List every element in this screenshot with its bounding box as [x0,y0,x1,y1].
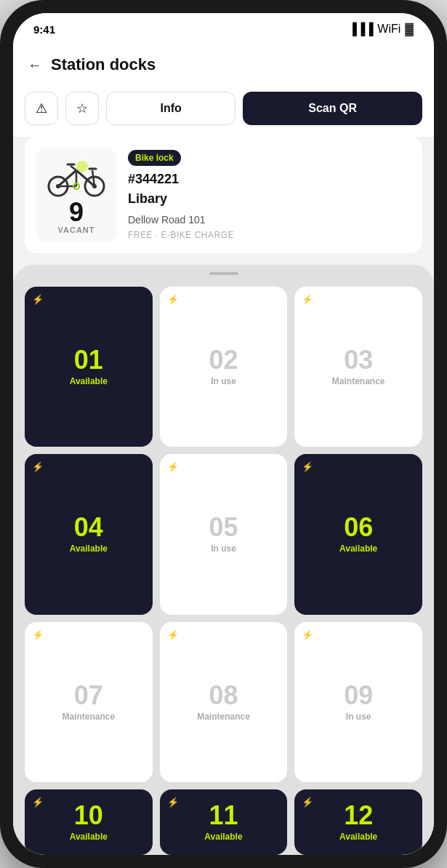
dock-lightning-01: ⚡ [32,294,44,305]
dock-cell-10[interactable]: ⚡10Available [25,789,153,855]
dock-cell-09[interactable]: ⚡09In use [294,622,422,782]
dock-cell-02[interactable]: ⚡02In use [160,287,288,447]
dock-status-08: Maintenance [197,712,250,722]
alert-icon: ⚠ [36,100,47,116]
dock-status-04: Available [70,544,108,554]
bottom-sheet: ⚡01Available⚡02In use⚡03Maintenance⚡04Av… [13,265,434,855]
dock-lightning-06: ⚡ [302,461,313,472]
toolbar: ⚠ ☆ Info Scan QR [13,86,434,137]
svg-line-8 [71,166,76,170]
dock-number-09: 09 [344,682,373,709]
dock-cell-04[interactable]: ⚡04Available [25,454,153,614]
phone-frame: 9:41 ▐▐▐ WiFi ▓ ← Station docks ⚠ ☆ Info [0,0,447,868]
wifi-icon: WiFi [377,23,400,36]
dock-number-08: 08 [209,682,238,709]
dock-number-06: 06 [344,514,373,541]
dock-lightning-09: ⚡ [302,629,313,640]
dock-grid-overflow: ⚡10Available⚡11Available⚡12Available [25,789,422,855]
card-details: Bike lock #344221 Libary Dellow Road 101… [128,148,411,242]
dock-status-01: Available [70,376,108,386]
alert-button[interactable]: ⚠ [25,92,58,125]
dock-lightning-08: ⚡ [167,629,179,640]
dock-status-02: In use [211,376,236,386]
scan-label: Scan QR [308,102,357,115]
dock-number-11: 11 [209,803,238,829]
dock-cell-08[interactable]: ⚡08Maintenance [160,622,288,782]
dock-cell-05[interactable]: ⚡05In use [160,454,288,614]
svg-point-13 [76,161,88,172]
sheet-handle [209,272,238,275]
dock-status-03: Maintenance [332,376,385,386]
bike-svg [47,156,105,199]
dock-cell-03[interactable]: ⚡03Maintenance [294,287,422,447]
star-icon: ☆ [76,100,88,116]
bike-lock-badge: Bike lock [128,150,181,166]
dock-lightning-02: ⚡ [167,294,179,305]
dock-status-07: Maintenance [62,712,115,722]
status-time: 9:41 [33,23,55,36]
bike-image-box: 9 VACANT [36,148,116,242]
station-info-card: 9 VACANT Bike lock #344221 Libary Dellow… [25,137,422,253]
header: ← Station docks [13,45,434,86]
dock-lightning-10: ⚡ [32,797,44,808]
info-label: Info [160,102,181,115]
bike-image [47,156,105,199]
dock-lightning-11: ⚡ [167,797,179,808]
dock-number-12: 12 [344,803,373,829]
dock-number-10: 10 [74,803,103,829]
dock-cell-07[interactable]: ⚡07Maintenance [25,622,153,782]
dock-number-05: 05 [209,514,238,541]
dock-status-12: Available [339,832,377,842]
back-button[interactable]: ← [28,57,42,73]
dock-lightning-04: ⚡ [32,461,44,472]
dock-cell-06[interactable]: ⚡06Available [294,454,422,614]
dock-number-07: 07 [74,682,103,709]
dock-cell-11[interactable]: ⚡11Available [160,789,288,855]
info-button[interactable]: Info [106,92,235,125]
phone-screen: 9:41 ▐▐▐ WiFi ▓ ← Station docks ⚠ ☆ Info [13,13,434,855]
scan-qr-button[interactable]: Scan QR [243,92,422,125]
dock-status-05: In use [211,544,236,554]
star-button[interactable]: ☆ [65,92,99,125]
station-name: Libary [128,191,411,207]
dock-number-04: 04 [74,514,103,541]
battery-icon: ▓ [405,23,414,36]
status-icons: ▐▐▐ WiFi ▓ [348,23,414,36]
status-bar: 9:41 ▐▐▐ WiFi ▓ [13,13,434,45]
vacant-label: VACANT [57,226,94,234]
vacant-number: 9 [69,199,84,226]
dock-number-03: 03 [344,347,373,373]
dock-status-11: Available [204,832,242,842]
dock-lightning-07: ⚡ [32,629,44,640]
dock-number-01: 01 [74,347,103,373]
dock-lightning-05: ⚡ [167,461,179,472]
signal-icon: ▐▐▐ [348,23,373,36]
dock-status-09: In use [346,712,371,722]
dock-grid: ⚡01Available⚡02In use⚡03Maintenance⚡04Av… [25,287,422,782]
dock-status-10: Available [70,832,108,842]
dock-status-06: Available [339,544,377,554]
station-id: #344221 [128,172,411,187]
dock-number-02: 02 [209,347,238,373]
dock-cell-12[interactable]: ⚡12Available [294,789,422,855]
station-address: Dellow Road 101 [128,214,411,226]
dock-lightning-12: ⚡ [302,797,313,808]
dock-lightning-03: ⚡ [302,294,313,305]
page-title: Station docks [51,55,156,74]
station-tags: FREE · E-BIKE CHARGE [128,230,411,240]
dock-cell-01[interactable]: ⚡01Available [25,287,153,447]
